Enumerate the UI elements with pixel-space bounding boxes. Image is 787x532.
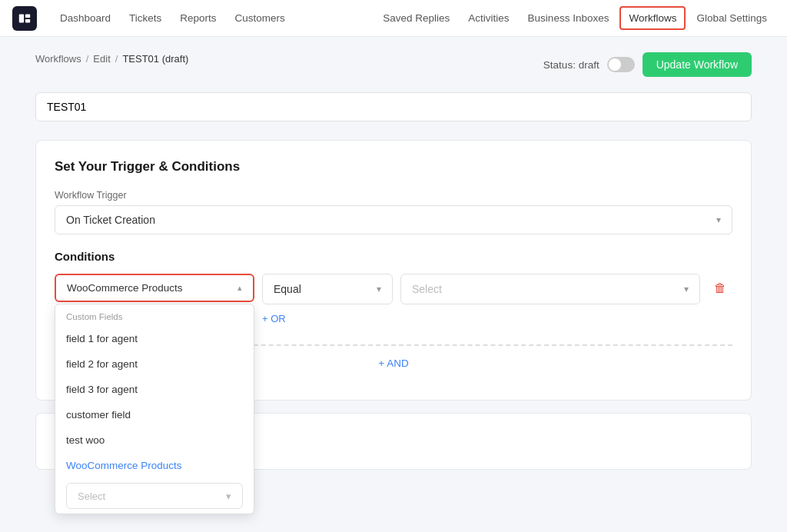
status-section: Status: draft Update Workflow	[543, 52, 752, 77]
condition-value-selector: Select ▾	[400, 274, 700, 304]
trigger-conditions-card: Set Your Trigger & Conditions Workflow T…	[35, 140, 752, 401]
nav-saved-replies[interactable]: Saved Replies	[375, 8, 457, 28]
dropdown-item-1[interactable]: field 2 for agent	[55, 351, 254, 377]
svg-rect-1	[25, 14, 30, 18]
svg-rect-0	[19, 14, 24, 22]
condition-operator-chevron-icon: ▾	[377, 284, 381, 294]
nav-business-inboxes[interactable]: Business Inboxes	[520, 8, 617, 28]
dropdown-section-label: Custom Fields	[55, 304, 254, 326]
conditions-title: Conditions	[55, 250, 732, 263]
condition-operator-select[interactable]: Equal ▾	[262, 274, 393, 304]
breadcrumb-sep2: /	[115, 53, 118, 65]
condition-field-dropdown: Custom Fields field 1 for agent field 2 …	[55, 304, 254, 514]
dropdown-item-0[interactable]: field 1 for agent	[55, 326, 254, 351]
condition-field-value: WooCommerce Products	[67, 282, 183, 294]
status-toggle[interactable]	[607, 57, 635, 72]
trigger-value: On Ticket Creation	[66, 214, 155, 226]
main-wrapper: Workflows / Edit / TEST01 (draft) Status…	[0, 37, 787, 532]
dropdown-bottom-select[interactable]: Select ▾	[55, 478, 254, 514]
dropdown-item-2[interactable]: field 3 for agent	[55, 377, 254, 402]
nav-workflows[interactable]: Workflows	[619, 6, 686, 30]
dropdown-select-chevron-icon: ▾	[226, 490, 231, 502]
header-row: Workflows / Edit / TEST01 (draft) Status…	[35, 52, 752, 77]
condition-field-select[interactable]: WooCommerce Products ▴	[55, 274, 254, 302]
dropdown-item-4[interactable]: test woo	[55, 427, 254, 453]
breadcrumb: Workflows / Edit / TEST01 (draft)	[35, 53, 188, 65]
breadcrumb-workflows[interactable]: Workflows	[35, 53, 81, 65]
breadcrumb-current: TEST01 (draft)	[122, 53, 188, 65]
top-navigation: Dashboard Tickets Reports Customers Save…	[0, 0, 787, 37]
condition-value-placeholder: Select	[412, 283, 442, 295]
workflow-name-input[interactable]	[35, 92, 752, 121]
trash-icon: 🗑	[714, 281, 726, 295]
nav-activities[interactable]: Activities	[460, 8, 516, 28]
trigger-select[interactable]: On Ticket Creation ▾	[55, 205, 732, 234]
dropdown-item-5[interactable]: WooCommerce Products	[55, 453, 254, 478]
trigger-chevron-icon: ▾	[716, 214, 721, 225]
or-button[interactable]: + OR	[262, 313, 286, 324]
dropdown-select-placeholder: Select	[78, 490, 105, 502]
trigger-label: Workflow Trigger	[55, 190, 732, 201]
page-content: Workflows / Edit / TEST01 (draft) Status…	[17, 37, 770, 497]
condition-operator-value: Equal	[274, 283, 301, 295]
nav-dashboard[interactable]: Dashboard	[52, 8, 118, 28]
section-title: Set Your Trigger & Conditions	[55, 159, 732, 175]
condition-value-chevron-icon: ▾	[684, 284, 689, 294]
condition-field-selector: WooCommerce Products ▴ Custom Fields fie…	[55, 274, 254, 302]
status-label: Status: draft	[543, 59, 599, 71]
breadcrumb-sep1: /	[86, 53, 89, 65]
condition-value-select[interactable]: Select ▾	[400, 274, 700, 304]
and-button[interactable]: + AND	[378, 357, 408, 369]
condition-operator-selector: Equal ▾	[262, 274, 393, 304]
update-workflow-button[interactable]: Update Workflow	[643, 52, 752, 77]
dropdown-item-3[interactable]: customer field	[55, 402, 254, 427]
nav-reports[interactable]: Reports	[172, 8, 224, 28]
condition-row: WooCommerce Products ▴ Custom Fields fie…	[55, 274, 732, 304]
app-logo	[12, 6, 37, 31]
delete-condition-button[interactable]: 🗑	[708, 275, 732, 301]
nav-tickets[interactable]: Tickets	[121, 8, 169, 28]
nav-customers[interactable]: Customers	[227, 8, 293, 28]
condition-field-chevron-icon: ▴	[237, 283, 242, 293]
nav-global-settings[interactable]: Global Settings	[689, 8, 775, 28]
svg-rect-2	[25, 18, 30, 22]
breadcrumb-edit[interactable]: Edit	[93, 53, 110, 65]
